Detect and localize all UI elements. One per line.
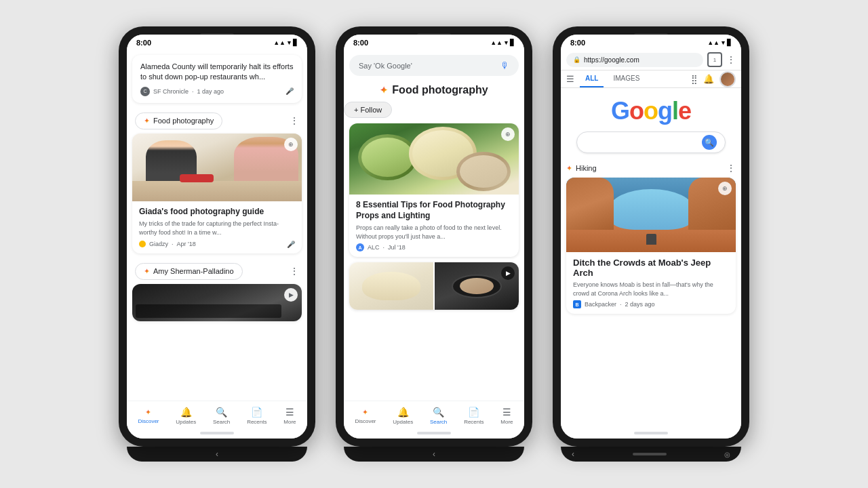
content-card-1[interactable]: ⊕ Giada's food photography guide My tric… [132, 134, 302, 253]
expand-btn-1[interactable]: ⊕ [284, 138, 298, 151]
google-search-box[interactable]: 🔍 [576, 131, 726, 153]
moab-expand-btn[interactable]: ⊕ [718, 182, 732, 195]
google-logo: Google [611, 99, 691, 123]
article-source-name: ALC [368, 244, 380, 251]
content-card-2[interactable]: ▶ [132, 284, 302, 321]
wifi-icon-2: ▾ [505, 39, 508, 46]
expand-btn-2[interactable]: ▶ [284, 288, 298, 302]
nav-updates-1[interactable]: 🔔 Updates [176, 407, 196, 425]
nav-search-1[interactable]: 🔍 Search [213, 407, 230, 425]
tab-all[interactable]: ALL [580, 70, 604, 87]
nav-updates-label-2: Updates [393, 419, 413, 425]
moab-image: ⊕ [566, 178, 736, 252]
nav-discover-2[interactable]: ✦ Discover [355, 408, 376, 424]
topic-pill-2[interactable]: ✦ Amy Sherman-Palladino [135, 263, 243, 280]
phone1-screen: 8:00 ▲▲ ▾ ▊ Alameda County will temporar… [127, 35, 307, 439]
moab-body: Ditch the Crowds at Moab's Jeep Arch Eve… [566, 252, 736, 314]
battery-icon-2: ▊ [510, 39, 515, 46]
article-card-1[interactable]: ⊕ 8 Essential Tips for Food Photography … [349, 123, 519, 257]
bottom-nav-2: ✦ Discover 🔔 Updates 🔍 Search 📄 Recents … [344, 401, 524, 428]
logo-g2: g [658, 97, 672, 125]
nav-search-2[interactable]: 🔍 Search [430, 407, 447, 425]
notification-icon[interactable]: 🔔 [703, 74, 714, 84]
chronicle-icon: C [140, 87, 150, 96]
topic-header-2: ✦ Amy Sherman-Palladino ⋮ [127, 259, 307, 284]
topic-star-2: ✦ [144, 267, 150, 276]
signal-icon-1: ▲▲ [273, 39, 285, 46]
article-body-1: 8 Essential Tips for Food Photography Pr… [349, 195, 519, 257]
hamburger-icon[interactable]: ☰ [566, 74, 574, 84]
apps-grid-icon[interactable]: ⣿ [691, 74, 698, 84]
expand-btn-article1[interactable]: ⊕ [501, 127, 515, 141]
nav-more-label-1: More [283, 419, 296, 425]
bottom-nav-1: ✦ Discover 🔔 Updates 🔍 Search 📄 Recents … [127, 401, 307, 428]
chrome-tabs-row: ☰ ALL IMAGES ⣿ 🔔 [561, 70, 741, 88]
back-btn-1[interactable]: ‹ [216, 449, 218, 459]
card-title-1: Giada's food photography guide [139, 207, 295, 218]
status-icons-3: ▲▲ ▾ ▊ [707, 39, 732, 46]
follow-button[interactable]: + Follow [344, 102, 392, 118]
url-bar[interactable]: 🔒 https://google.com [566, 53, 703, 67]
phone3-screen: 8:00 ▲▲ ▾ ▊ 🔒 https://google.com 1 ⋮ [561, 35, 741, 439]
back-btn-3[interactable]: ‹ [572, 449, 574, 459]
nav-discover-1[interactable]: ✦ Discover [138, 408, 159, 424]
topic-pill-1[interactable]: ✦ Food photography [135, 113, 222, 129]
mic-btn-2[interactable]: 🎙 [500, 60, 509, 70]
nav-updates-2[interactable]: 🔔 Updates [393, 407, 413, 425]
nav-discover-label-2: Discover [355, 418, 376, 424]
nav-search-label-1: Search [213, 419, 230, 425]
back-btn-2[interactable]: ‹ [433, 449, 435, 459]
url-text: https://google.com [584, 56, 639, 64]
tab-images[interactable]: IMAGES [608, 70, 645, 87]
moab-card[interactable]: ⊕ Ditch the Crowds at Moab's Jeep Arch E… [566, 178, 736, 314]
user-avatar[interactable] [719, 71, 736, 87]
tab-count-icon[interactable]: 1 [707, 52, 722, 67]
search-bar-2[interactable]: Say 'Ok Google' 🎙 [349, 55, 519, 76]
google-search-button[interactable]: 🔍 [702, 135, 717, 150]
more-dots-2[interactable]: ⋮ [290, 266, 299, 277]
nav-recents-2[interactable]: 📄 Recents [464, 407, 484, 425]
logo-g: G [611, 97, 629, 125]
phone3-bottom: ‹ ◎ [561, 447, 741, 462]
nav-more-2[interactable]: ☰ More [500, 407, 513, 425]
article-img-2 [349, 262, 519, 310]
updates-icon-1: 🔔 [180, 407, 192, 418]
topic-star-1: ✦ [144, 117, 150, 125]
fingerprint-icon: ◎ [724, 451, 730, 458]
logo-o1: o [629, 97, 644, 125]
moab-source: B Backpacker · 2 days ago [573, 300, 729, 308]
nav-more-label-2: More [500, 419, 513, 425]
chrome-menu-icon[interactable]: ⋮ [726, 54, 736, 65]
card-source-1: Giadzy · Apr '18 🎤 [139, 241, 295, 248]
source-name: SF Chronicle [153, 88, 189, 95]
search-placeholder-2: Say 'Ok Google' [359, 62, 412, 70]
hiking-more-dots[interactable]: ⋮ [726, 163, 736, 174]
chrome-content: ✦ Hiking ⋮ [561, 159, 741, 428]
moab-time-ago: 2 days ago [625, 301, 655, 308]
topic-title-text: Food photography [392, 84, 488, 96]
screen-content-3: 🔒 https://google.com 1 ⋮ ☰ ALL IMAGES ⣿ … [561, 49, 741, 428]
more-icon-2: ☰ [502, 407, 511, 418]
hiking-topic-row: ✦ Hiking ⋮ [566, 159, 736, 178]
card-mic[interactable]: 🎤 [287, 241, 295, 248]
mic-icon[interactable]: 🎤 [285, 87, 294, 95]
status-bar-2: 8:00 ▲▲ ▾ ▊ [344, 35, 524, 49]
wifi-icon-3: ▾ [722, 39, 725, 46]
status-bar-3: 8:00 ▲▲ ▾ ▊ [561, 35, 741, 49]
recents-icon-2: 📄 [468, 407, 479, 418]
nav-recents-1[interactable]: 📄 Recents [247, 407, 267, 425]
recents-icon-1: 📄 [251, 407, 262, 418]
logo-l: l [672, 97, 678, 125]
nav-more-1[interactable]: ☰ More [283, 407, 296, 425]
topic-header-1: ✦ Food photography ⋮ [127, 108, 307, 134]
alc-icon: A [356, 243, 364, 251]
news-card: Alameda County will temporarily halt its… [132, 55, 302, 103]
wifi-icon-1: ▾ [288, 39, 291, 46]
search-icon-2: 🔍 [433, 407, 444, 418]
more-dots-1[interactable]: ⋮ [290, 115, 299, 126]
news-headline: Alameda County will temporarily halt its… [140, 62, 294, 83]
phone1: 8:00 ▲▲ ▾ ▊ Alameda County will temporar… [119, 26, 315, 447]
hiking-pill[interactable]: ✦ Hiking [566, 164, 597, 173]
updates-icon-2: 🔔 [397, 407, 409, 418]
article-card-2[interactable]: ▶ [349, 262, 519, 310]
